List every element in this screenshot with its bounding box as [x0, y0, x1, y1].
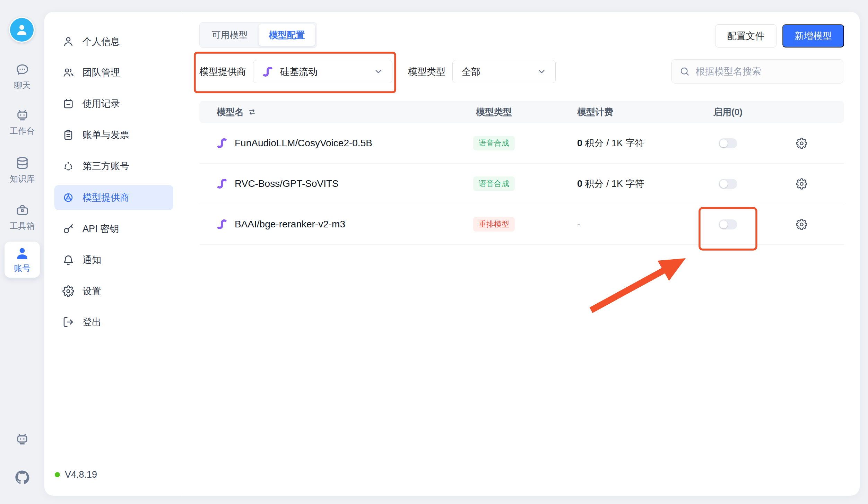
sidebar-item-label: 个人信息 [83, 35, 120, 48]
bell-icon [62, 254, 74, 266]
col-model-name: 模型名 [217, 106, 244, 118]
rail-item-label: 知识库 [10, 173, 35, 184]
invoice-icon [62, 129, 74, 141]
github-icon[interactable] [15, 470, 29, 485]
sidebar-item-notifications[interactable]: 通知 [54, 247, 173, 272]
status-dot [55, 472, 60, 477]
sidebar-item-label: 账单与发票 [83, 129, 129, 141]
rail-item-workbench[interactable]: 工作台 [0, 108, 44, 137]
table-row: BAAI/bge-reranker-v2-m3 重排模型 - [199, 204, 844, 245]
chat-icon [15, 62, 29, 77]
table-header: 模型名 模型类型 模型计费 启用(0) [199, 101, 844, 123]
rail-item-label: 账号 [14, 263, 31, 274]
account-user-icon [15, 246, 30, 261]
users-icon [62, 67, 74, 78]
calendar-icon [62, 98, 74, 110]
user-outline-icon [62, 36, 74, 47]
model-name: RVC-Boss/GPT-SoVITS [235, 178, 339, 189]
type-filter-label: 模型类型 [408, 67, 445, 77]
sidebar-item-label: API 密钥 [83, 223, 119, 235]
logout-icon [62, 316, 74, 328]
toolbox-icon [15, 203, 29, 217]
search-icon [679, 66, 690, 77]
sidebar-item-api-key[interactable]: API 密钥 [54, 216, 173, 241]
rail-item-chat[interactable]: 聊天 [0, 62, 44, 91]
gear-icon [62, 285, 74, 297]
model-name: BAAI/bge-reranker-v2-m3 [235, 219, 345, 230]
tab-model-config[interactable]: 模型配置 [259, 24, 315, 46]
sidebar-item-label: 设置 [83, 285, 101, 297]
sidebar-item-third-party[interactable]: 第三方账号 [54, 154, 173, 179]
provider-select[interactable]: 硅基流动 [253, 60, 392, 83]
model-provider-icon [62, 192, 74, 203]
type-select[interactable]: 全部 [452, 60, 556, 83]
tab-available-models[interactable]: 可用模型 [201, 24, 258, 46]
sidebar-item-settings[interactable]: 设置 [54, 279, 173, 304]
model-type-badge: 重排模型 [473, 217, 515, 232]
sidebar-item-label: 模型提供商 [83, 191, 129, 204]
main-panel: 个人信息 团队管理 使用记录 账单与发票 第三方账号 模型提供商 API 密钥 [44, 12, 860, 496]
user-avatar[interactable] [9, 17, 35, 43]
sidebar-item-team[interactable]: 团队管理 [54, 60, 173, 85]
rail-item-account[interactable]: 账号 [5, 242, 40, 278]
model-type-badge: 语音合成 [473, 136, 515, 150]
sidebar-item-label: 通知 [83, 254, 101, 266]
rail-item-knowledge[interactable]: 知识库 [0, 156, 44, 184]
model-type-badge: 语音合成 [473, 176, 515, 191]
col-model-type: 模型类型 [447, 106, 541, 118]
provider-select-value: 硅基流动 [280, 66, 318, 78]
sidebar-item-label: 使用记录 [83, 97, 120, 110]
sidebar-item-usage[interactable]: 使用记录 [54, 91, 173, 116]
rail-item-label: 工作台 [10, 125, 35, 137]
sort-icon[interactable] [248, 108, 256, 116]
search-input[interactable] [695, 66, 835, 77]
model-settings-gear-icon[interactable] [796, 138, 807, 149]
sidebar-item-label: 登出 [83, 316, 101, 328]
share-nodes-icon [62, 160, 74, 172]
model-tabs: 可用模型 模型配置 [199, 22, 317, 48]
chevron-down-icon [374, 67, 383, 76]
robot-icon [15, 108, 29, 122]
table-row: FunAudioLLM/CosyVoice2-0.5B 语音合成 0 积分 / … [199, 123, 844, 164]
app-version: V4.8.19 [55, 469, 97, 480]
database-icon [15, 156, 29, 170]
version-label: V4.8.19 [65, 469, 97, 480]
enable-toggle[interactable] [719, 138, 737, 148]
siliconflow-logo-icon [217, 177, 229, 190]
model-settings-gear-icon[interactable] [796, 219, 807, 230]
left-rail: 聊天 工作台 知识库 工具箱 账号 [0, 0, 44, 504]
sidebar-item-model-provider[interactable]: 模型提供商 [54, 185, 173, 210]
sidebar-item-personal-info[interactable]: 个人信息 [54, 29, 173, 54]
sidebar-item-label: 团队管理 [83, 66, 120, 79]
sidebar-item-billing[interactable]: 账单与发票 [54, 122, 173, 147]
table-row: RVC-Boss/GPT-SoVITS 语音合成 0 积分 / 1K 字符 [199, 164, 844, 204]
rail-item-label: 工具箱 [10, 220, 35, 232]
type-select-value: 全部 [462, 66, 480, 78]
provider-filter-label: 模型提供商 [199, 67, 246, 77]
rail-item-label: 聊天 [14, 80, 31, 91]
model-settings-gear-icon[interactable] [796, 178, 807, 190]
sidebar-item-logout[interactable]: 登出 [54, 310, 173, 334]
account-sidebar: 个人信息 团队管理 使用记录 账单与发票 第三方账号 模型提供商 API 密钥 [44, 12, 181, 496]
col-enabled: 启用(0) [697, 106, 759, 118]
user-icon [15, 23, 29, 37]
col-model-billing: 模型计费 [541, 106, 697, 118]
add-model-button[interactable]: 新增模型 [782, 24, 844, 47]
robot-shortcut-icon[interactable] [15, 432, 29, 446]
key-icon [62, 223, 74, 235]
chevron-down-icon [537, 67, 546, 76]
siliconflow-logo-icon [262, 66, 275, 78]
siliconflow-logo-icon [217, 218, 229, 231]
rail-item-toolbox[interactable]: 工具箱 [0, 203, 44, 232]
enable-toggle[interactable] [719, 179, 737, 189]
config-file-button[interactable]: 配置文件 [715, 24, 776, 47]
sidebar-item-label: 第三方账号 [83, 160, 129, 172]
model-search-box [671, 59, 843, 84]
enable-toggle[interactable] [719, 219, 737, 229]
siliconflow-logo-icon [217, 137, 229, 149]
model-name: FunAudioLLM/CosyVoice2-0.5B [235, 138, 372, 149]
